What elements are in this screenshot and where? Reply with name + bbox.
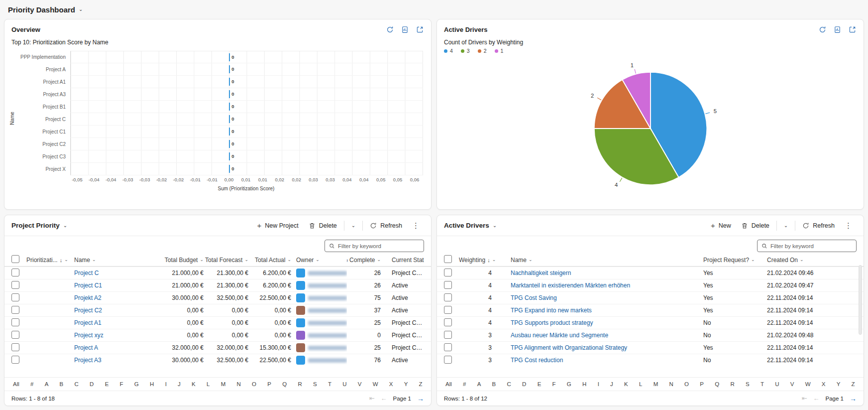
row-checkbox[interactable] xyxy=(444,269,452,276)
driver-name-link[interactable]: TPG Cost reduction xyxy=(511,357,563,364)
jump-bar-letter[interactable]: I xyxy=(164,379,168,390)
row-checkbox[interactable] xyxy=(444,293,452,301)
bar-mark[interactable] xyxy=(229,165,230,173)
row-checkbox[interactable] xyxy=(11,306,19,314)
table-row[interactable]: Project A 32.000,00 € 32.000,00 € 15.300… xyxy=(4,341,431,354)
column-header-total-actual[interactable]: Total Actual ⌄ xyxy=(248,257,291,264)
jump-bar-letter[interactable]: U xyxy=(341,379,348,390)
column-header-name[interactable]: Name ⌄ xyxy=(505,257,703,264)
jump-bar-letter[interactable]: D xyxy=(88,379,95,390)
jump-bar-letter[interactable]: J xyxy=(176,379,182,390)
bar-mark[interactable] xyxy=(229,140,230,148)
jump-bar-letter[interactable]: U xyxy=(773,379,780,390)
pie-legend-item[interactable]: 2 xyxy=(478,48,487,54)
jump-bar-letter[interactable]: R xyxy=(296,379,303,390)
jump-bar-letter[interactable]: F xyxy=(551,379,557,390)
column-header-project-request[interactable]: Project Request? ⌄ xyxy=(703,257,767,264)
jump-bar-letter[interactable]: Q xyxy=(281,379,288,390)
project-name-link[interactable]: Project C2 xyxy=(74,307,102,314)
column-header-weighting[interactable]: Weighting ↓ ⌄ xyxy=(459,257,505,264)
jump-bar-letter[interactable]: T xyxy=(759,379,765,390)
filter-by-keyword-input[interactable] xyxy=(770,243,852,249)
refresh-button[interactable]: Refresh xyxy=(365,220,407,231)
jump-bar-letter[interactable]: N xyxy=(668,379,675,390)
select-all-checkbox[interactable] xyxy=(11,255,19,263)
row-checkbox[interactable] xyxy=(11,318,19,326)
jump-bar-letter[interactable]: Y xyxy=(403,379,410,390)
table-row[interactable]: Project C1 21.000,00 € 21.300,00 € 6.200… xyxy=(4,279,431,291)
project-name-link[interactable]: Project A3 xyxy=(74,357,102,364)
pie-legend-item[interactable]: 4 xyxy=(444,48,453,54)
row-checkbox[interactable] xyxy=(444,331,452,339)
jump-bar-letter[interactable]: B xyxy=(491,379,498,390)
scrollbar[interactable] xyxy=(859,265,862,335)
popout-expand-icon[interactable] xyxy=(848,25,857,34)
jump-bar-letter[interactable]: Z xyxy=(850,379,857,390)
jump-bar-letter[interactable]: Z xyxy=(418,379,424,390)
bar-mark[interactable] xyxy=(229,115,230,123)
jump-bar-letter[interactable]: C xyxy=(73,379,80,390)
jump-bar-letter[interactable]: J xyxy=(609,379,615,390)
bar-mark[interactable] xyxy=(229,152,230,160)
jump-bar-letter[interactable]: X xyxy=(820,379,827,390)
row-checkbox[interactable] xyxy=(11,356,19,364)
jump-bar-letter[interactable]: P xyxy=(698,379,705,390)
jump-bar-letter[interactable]: V xyxy=(356,379,363,390)
project-name-link[interactable]: Project C1 xyxy=(74,282,102,289)
bar-mark[interactable] xyxy=(229,65,230,73)
jump-bar-letter[interactable]: Y xyxy=(835,379,842,390)
column-header-total-budget[interactable]: Total Budget ⌄ xyxy=(158,257,204,264)
table-row[interactable]: 3 TPG Alignment with Organizational Stra… xyxy=(437,341,864,354)
bar-mark[interactable] xyxy=(229,78,230,86)
table-row[interactable]: 4 TPG Supports product strategy No 22.11… xyxy=(437,316,864,329)
table-row[interactable]: 4 TPG Expand into new markets Yes 22.11.… xyxy=(437,304,864,316)
driver-name-link[interactable]: Marktanteil in existierenden Märkten erh… xyxy=(511,282,630,289)
row-checkbox[interactable] xyxy=(11,269,19,276)
jump-bar-letter[interactable]: M xyxy=(219,379,227,390)
driver-name-link[interactable]: TPG Alignment with Organizational Strate… xyxy=(511,344,627,351)
table-row[interactable]: Project A3 30.000,00 € 32.500,00 € 22.50… xyxy=(4,354,431,366)
jump-bar-letter[interactable]: C xyxy=(506,379,513,390)
jump-bar-letter[interactable]: L xyxy=(638,379,644,390)
jump-bar-letter[interactable]: O xyxy=(250,379,258,390)
table-row[interactable]: 4 TPG Cost Saving Yes 22.11.2024 09:14 xyxy=(437,291,864,304)
row-checkbox[interactable] xyxy=(444,281,452,289)
bar-mark[interactable] xyxy=(229,128,230,136)
jump-bar-letter[interactable]: O xyxy=(683,379,690,390)
refresh-icon[interactable] xyxy=(386,25,394,34)
driver-name-link[interactable]: Nachhaltigkeit steigern xyxy=(511,270,571,276)
grid-title-chevron-down-icon[interactable]: ⌄ xyxy=(63,223,67,228)
jump-bar-letter[interactable]: D xyxy=(521,379,528,390)
jump-bar-letter[interactable]: E xyxy=(536,379,543,390)
column-header-percent-complete[interactable]: % Complete ⌄ xyxy=(347,257,387,264)
delete-button[interactable]: Delete xyxy=(737,220,774,231)
driver-name-link[interactable]: Ausbau neuer Märkte und Segmente xyxy=(511,332,608,339)
jump-bar-letter[interactable]: W xyxy=(804,379,812,390)
table-row[interactable]: 3 TPG Cost reduction No 22.11.2024 09:14 xyxy=(437,354,864,366)
jump-bar-letter[interactable]: N xyxy=(235,379,242,390)
jump-bar-letter[interactable]: # xyxy=(461,379,467,390)
page-title-chevron-down-icon[interactable]: ⌄ xyxy=(79,7,83,12)
jump-bar-letter[interactable]: Q xyxy=(713,379,721,390)
jump-bar-letter[interactable]: H xyxy=(148,379,155,390)
column-header-name[interactable]: Name ⌄ xyxy=(74,257,158,264)
jump-bar-letter[interactable]: F xyxy=(118,379,125,390)
driver-name-link[interactable]: TPG Cost Saving xyxy=(511,294,557,301)
first-page-icon[interactable]: ⇤ xyxy=(802,395,807,402)
row-checkbox[interactable] xyxy=(444,306,452,314)
row-checkbox[interactable] xyxy=(11,281,19,289)
jump-bar-letter[interactable]: S xyxy=(312,379,319,390)
previous-page-icon[interactable]: ← xyxy=(381,395,387,402)
next-page-icon[interactable]: → xyxy=(417,395,424,403)
table-row[interactable]: Projekt A2 30.000,00 € 32.500,00 € 22.50… xyxy=(4,291,431,304)
refresh-button[interactable]: Refresh xyxy=(798,220,839,231)
jump-bar-letter[interactable]: P xyxy=(266,379,273,390)
bar-mark[interactable] xyxy=(229,103,230,111)
jump-bar-letter[interactable]: X xyxy=(388,379,395,390)
table-row[interactable]: Project xyz 0,00 € 0,00 € 0,00 € 0 Proje… xyxy=(4,329,431,341)
jump-bar-letter[interactable]: A xyxy=(476,379,483,390)
bar-mark[interactable] xyxy=(229,53,230,61)
project-name-link[interactable]: Project C xyxy=(74,270,99,276)
jump-bar-letter[interactable]: T xyxy=(326,379,333,390)
column-header-total-forecast[interactable]: Total Forecast ⌄ xyxy=(204,257,248,264)
